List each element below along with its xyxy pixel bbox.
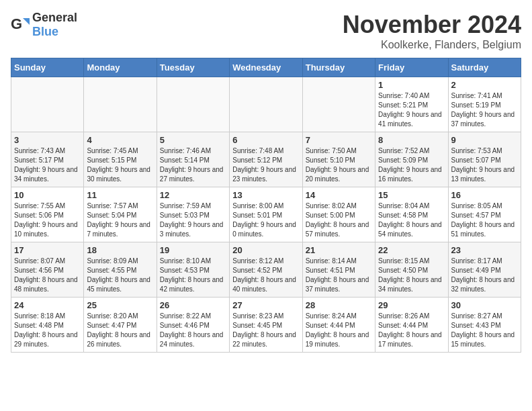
calendar-cell: 7Sunrise: 7:50 AM Sunset: 5:10 PM Daylig… <box>302 132 375 187</box>
day-info: Sunrise: 8:12 AM Sunset: 4:52 PM Dayligh… <box>232 257 299 294</box>
day-number: 4 <box>87 135 153 145</box>
day-number: 12 <box>160 190 226 200</box>
day-info: Sunrise: 8:02 AM Sunset: 5:00 PM Dayligh… <box>306 201 372 239</box>
day-info: Sunrise: 8:10 AM Sunset: 4:53 PM Dayligh… <box>160 257 226 294</box>
day-number: 20 <box>232 245 299 255</box>
page-header: G General Blue November 2024 Koolkerke, … <box>11 11 521 51</box>
day-info: Sunrise: 7:40 AM Sunset: 5:21 PM Dayligh… <box>378 91 445 129</box>
day-info: Sunrise: 7:55 AM Sunset: 5:06 PM Dayligh… <box>14 201 81 239</box>
calendar-cell: 4Sunrise: 7:45 AM Sunset: 5:15 PM Daylig… <box>84 132 157 187</box>
calendar-cell: 10Sunrise: 7:55 AM Sunset: 5:06 PM Dayli… <box>11 187 84 242</box>
logo-blue: Blue <box>32 25 58 38</box>
day-info: Sunrise: 7:46 AM Sunset: 5:14 PM Dayligh… <box>160 146 226 184</box>
day-info: Sunrise: 7:41 AM Sunset: 5:19 PM Dayligh… <box>451 91 518 129</box>
calendar-cell: 20Sunrise: 8:12 AM Sunset: 4:52 PM Dayli… <box>230 242 302 298</box>
calendar-cell: 13Sunrise: 8:00 AM Sunset: 5:01 PM Dayli… <box>230 187 302 242</box>
calendar-cell: 1Sunrise: 7:40 AM Sunset: 5:21 PM Daylig… <box>375 77 448 132</box>
day-info: Sunrise: 8:22 AM Sunset: 4:46 PM Dayligh… <box>160 312 226 349</box>
day-info: Sunrise: 8:07 AM Sunset: 4:56 PM Dayligh… <box>14 257 81 294</box>
calendar-cell: 18Sunrise: 8:09 AM Sunset: 4:55 PM Dayli… <box>84 242 157 298</box>
weekday-thursday: Thursday <box>302 58 375 77</box>
calendar-cell <box>157 77 229 132</box>
calendar-cell: 17Sunrise: 8:07 AM Sunset: 4:56 PM Dayli… <box>11 242 84 298</box>
day-number: 5 <box>160 135 226 145</box>
day-info: Sunrise: 8:14 AM Sunset: 4:51 PM Dayligh… <box>306 257 372 294</box>
calendar-table: SundayMondayTuesdayWednesdayThursdayFrid… <box>11 58 521 353</box>
day-info: Sunrise: 8:04 AM Sunset: 4:58 PM Dayligh… <box>378 201 445 239</box>
logo-general: General <box>32 11 77 24</box>
day-number: 22 <box>378 245 445 255</box>
day-number: 16 <box>451 190 518 200</box>
day-info: Sunrise: 8:00 AM Sunset: 5:01 PM Dayligh… <box>232 201 299 239</box>
weekday-header-row: SundayMondayTuesdayWednesdayThursdayFrid… <box>11 58 521 77</box>
day-info: Sunrise: 8:05 AM Sunset: 4:57 PM Dayligh… <box>451 201 518 239</box>
location-title: Koolkerke, Flanders, Belgium <box>343 39 521 51</box>
calendar-cell: 24Sunrise: 8:18 AM Sunset: 4:48 PM Dayli… <box>11 298 84 353</box>
day-number: 24 <box>14 300 81 310</box>
day-info: Sunrise: 7:59 AM Sunset: 5:03 PM Dayligh… <box>160 201 226 239</box>
calendar-cell: 11Sunrise: 7:57 AM Sunset: 5:04 PM Dayli… <box>84 187 157 242</box>
day-info: Sunrise: 8:20 AM Sunset: 4:47 PM Dayligh… <box>87 312 153 349</box>
calendar-cell: 8Sunrise: 7:52 AM Sunset: 5:09 PM Daylig… <box>375 132 448 187</box>
day-number: 26 <box>160 300 226 310</box>
day-number: 11 <box>87 190 153 200</box>
day-number: 14 <box>306 190 372 200</box>
month-title: November 2024 <box>343 11 521 39</box>
day-info: Sunrise: 7:45 AM Sunset: 5:15 PM Dayligh… <box>87 146 153 184</box>
calendar-cell: 28Sunrise: 8:24 AM Sunset: 4:44 PM Dayli… <box>302 298 375 353</box>
day-info: Sunrise: 7:57 AM Sunset: 5:04 PM Dayligh… <box>87 201 153 239</box>
day-number: 10 <box>14 190 81 200</box>
day-number: 3 <box>14 135 81 145</box>
day-info: Sunrise: 7:50 AM Sunset: 5:10 PM Dayligh… <box>306 146 372 184</box>
calendar-cell: 9Sunrise: 7:53 AM Sunset: 5:07 PM Daylig… <box>448 132 521 187</box>
day-number: 28 <box>306 300 372 310</box>
calendar-cell <box>302 77 375 132</box>
calendar-cell: 30Sunrise: 8:27 AM Sunset: 4:43 PM Dayli… <box>448 298 521 353</box>
weekday-saturday: Saturday <box>448 58 521 77</box>
weekday-tuesday: Tuesday <box>157 58 229 77</box>
calendar-cell: 6Sunrise: 7:48 AM Sunset: 5:12 PM Daylig… <box>230 132 302 187</box>
calendar-cell: 2Sunrise: 7:41 AM Sunset: 5:19 PM Daylig… <box>448 77 521 132</box>
title-area: November 2024 Koolkerke, Flanders, Belgi… <box>343 11 521 51</box>
day-info: Sunrise: 7:53 AM Sunset: 5:07 PM Dayligh… <box>451 146 518 184</box>
day-info: Sunrise: 7:52 AM Sunset: 5:09 PM Dayligh… <box>378 146 445 184</box>
svg-text:G: G <box>11 15 22 32</box>
day-info: Sunrise: 8:09 AM Sunset: 4:55 PM Dayligh… <box>87 257 153 294</box>
day-number: 2 <box>451 80 518 90</box>
calendar-cell <box>84 77 157 132</box>
logo-icon: G <box>11 15 30 34</box>
day-info: Sunrise: 8:15 AM Sunset: 4:50 PM Dayligh… <box>378 257 445 294</box>
weekday-friday: Friday <box>375 58 448 77</box>
week-row-2: 3Sunrise: 7:43 AM Sunset: 5:17 PM Daylig… <box>11 132 521 187</box>
calendar-cell: 12Sunrise: 7:59 AM Sunset: 5:03 PM Dayli… <box>157 187 229 242</box>
calendar-cell: 16Sunrise: 8:05 AM Sunset: 4:57 PM Dayli… <box>448 187 521 242</box>
calendar-cell: 29Sunrise: 8:26 AM Sunset: 4:44 PM Dayli… <box>375 298 448 353</box>
week-row-4: 17Sunrise: 8:07 AM Sunset: 4:56 PM Dayli… <box>11 242 521 298</box>
weekday-sunday: Sunday <box>11 58 84 77</box>
day-number: 21 <box>306 245 372 255</box>
calendar-cell <box>230 77 302 132</box>
day-info: Sunrise: 7:43 AM Sunset: 5:17 PM Dayligh… <box>14 146 81 184</box>
day-number: 18 <box>87 245 153 255</box>
day-info: Sunrise: 8:17 AM Sunset: 4:49 PM Dayligh… <box>451 257 518 294</box>
day-info: Sunrise: 8:24 AM Sunset: 4:44 PM Dayligh… <box>306 312 372 349</box>
svg-marker-1 <box>23 18 30 25</box>
day-number: 15 <box>378 190 445 200</box>
day-info: Sunrise: 8:23 AM Sunset: 4:45 PM Dayligh… <box>232 312 299 349</box>
calendar-cell: 25Sunrise: 8:20 AM Sunset: 4:47 PM Dayli… <box>84 298 157 353</box>
day-number: 25 <box>87 300 153 310</box>
day-info: Sunrise: 8:27 AM Sunset: 4:43 PM Dayligh… <box>451 312 518 349</box>
calendar-cell: 23Sunrise: 8:17 AM Sunset: 4:49 PM Dayli… <box>448 242 521 298</box>
day-info: Sunrise: 8:18 AM Sunset: 4:48 PM Dayligh… <box>14 312 81 349</box>
calendar-body: 1Sunrise: 7:40 AM Sunset: 5:21 PM Daylig… <box>11 77 521 353</box>
day-number: 7 <box>306 135 372 145</box>
week-row-3: 10Sunrise: 7:55 AM Sunset: 5:06 PM Dayli… <box>11 187 521 242</box>
calendar-cell: 19Sunrise: 8:10 AM Sunset: 4:53 PM Dayli… <box>157 242 229 298</box>
calendar-cell: 21Sunrise: 8:14 AM Sunset: 4:51 PM Dayli… <box>302 242 375 298</box>
week-row-5: 24Sunrise: 8:18 AM Sunset: 4:48 PM Dayli… <box>11 298 521 353</box>
logo: G General Blue <box>11 11 77 39</box>
calendar-cell: 27Sunrise: 8:23 AM Sunset: 4:45 PM Dayli… <box>230 298 302 353</box>
day-number: 1 <box>378 80 445 90</box>
calendar-cell: 22Sunrise: 8:15 AM Sunset: 4:50 PM Dayli… <box>375 242 448 298</box>
calendar-cell <box>11 77 84 132</box>
